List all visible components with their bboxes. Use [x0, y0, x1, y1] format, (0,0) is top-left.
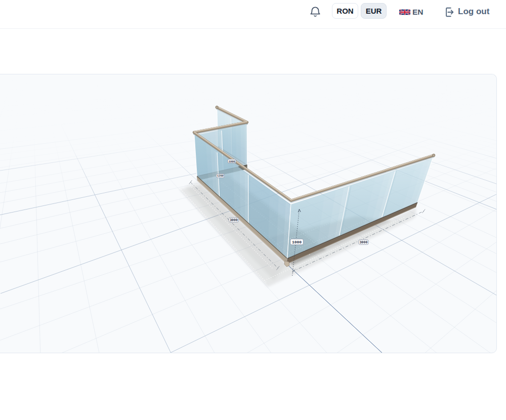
- svg-text:3000: 3000: [360, 241, 368, 244]
- svg-text:1000: 1000: [228, 160, 235, 163]
- svg-text:1200: 1200: [217, 174, 224, 178]
- svg-text:1000: 1000: [292, 240, 302, 244]
- svg-text:3000: 3000: [230, 219, 238, 222]
